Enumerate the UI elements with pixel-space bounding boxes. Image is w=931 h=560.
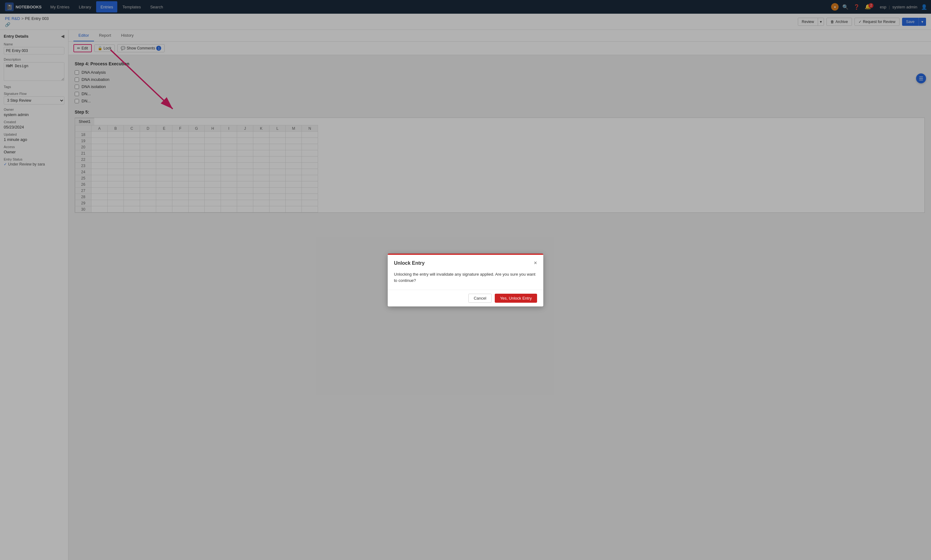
modal-footer: Cancel Yes, Unlock Entry	[388, 290, 543, 306]
modal-title: Unlock Entry	[394, 260, 425, 266]
modal-close-button[interactable]: ×	[534, 260, 537, 266]
confirm-unlock-button[interactable]: Yes, Unlock Entry	[495, 294, 537, 303]
modal-body: Unlocking the entry will invalidate any …	[388, 269, 543, 290]
cancel-button[interactable]: Cancel	[468, 294, 491, 303]
modal-header: Unlock Entry ×	[388, 255, 543, 269]
unlock-entry-modal: Unlock Entry × Unlocking the entry will …	[388, 254, 543, 306]
modal-overlay[interactable]: Unlock Entry × Unlocking the entry will …	[0, 0, 931, 560]
modal-message: Unlocking the entry will invalidate any …	[394, 271, 537, 283]
